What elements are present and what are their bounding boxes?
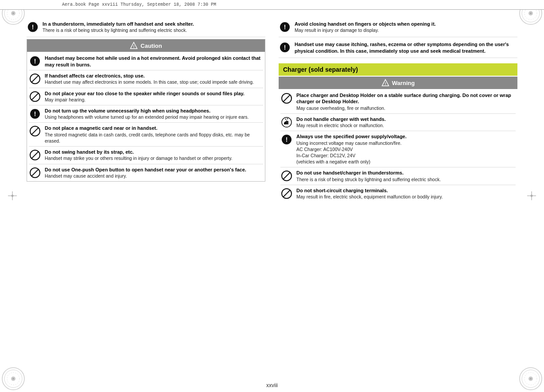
exclaim-icon-itching: ! bbox=[279, 41, 291, 54]
svg-text:!: ! bbox=[284, 23, 286, 31]
exclaim-icon-power: ! bbox=[280, 133, 293, 146]
thunderstorm-warning-item: ! In a thunderstorm, immediately turn of… bbox=[27, 19, 265, 37]
svg-line-35 bbox=[31, 93, 39, 100]
caution-item-hot-text: Handset may become hot while used in a h… bbox=[45, 55, 263, 68]
header-text: Aera.book Page xxviii Thursday, Septembe… bbox=[62, 2, 216, 7]
exclaim-icon-hot: ! bbox=[29, 55, 41, 67]
charger-warning-header: ! Warning bbox=[279, 77, 517, 89]
wet-hands-icon bbox=[280, 116, 293, 128]
caution-item-strap: Do not swing handset by its strap, etc. … bbox=[29, 147, 263, 164]
charger-item-stable: Place charger and Desktop Holder on a st… bbox=[280, 90, 516, 114]
svg-text:!: ! bbox=[34, 110, 36, 117]
charger-item-stable-text: Place charger and Desktop Holder on a st… bbox=[296, 92, 516, 111]
charger-item-thunder: Do not use handset/charger in thundersto… bbox=[280, 167, 516, 185]
caution-item-onepush-text: Do not use One-push Open button to open … bbox=[45, 167, 263, 179]
charger-item-short-text: Do not short-circuit charging terminals.… bbox=[296, 187, 516, 200]
ban-icon-strap bbox=[29, 149, 41, 161]
caution-item-car-text: If handset affects car electronics, stop… bbox=[45, 73, 263, 85]
svg-point-57 bbox=[285, 118, 286, 120]
svg-line-41 bbox=[31, 151, 39, 159]
caution-block: ! Caution ! Handset ma bbox=[27, 39, 265, 182]
caution-item-speaker-text: Do not place your ear too close to the s… bbox=[45, 90, 263, 103]
caution-header: ! Caution bbox=[27, 39, 265, 52]
ban-icon-car bbox=[29, 73, 41, 85]
caution-item-speaker: Do not place your ear too close to the s… bbox=[29, 88, 263, 105]
ban-icon-onepush bbox=[29, 167, 41, 179]
page-number: xxviii bbox=[0, 379, 544, 392]
charger-item-wet: Do not handle charger with wet hands. Ma… bbox=[280, 114, 516, 131]
svg-line-51 bbox=[283, 95, 290, 102]
svg-rect-54 bbox=[286, 120, 288, 124]
svg-text:!: ! bbox=[286, 136, 288, 143]
thunderstorm-warning-text: In a thunderstorm, immediately turn off … bbox=[43, 21, 265, 33]
caution-items-list: ! Handset may become hot while used in a… bbox=[27, 53, 265, 181]
charger-item-thunder-text: Do not use handset/charger in thundersto… bbox=[296, 170, 516, 182]
svg-line-64 bbox=[283, 190, 290, 197]
svg-line-62 bbox=[283, 172, 290, 179]
ban-icon-thunder bbox=[280, 170, 293, 182]
caution-item-magnetic-text: Do not place a magnetic card near or in … bbox=[45, 125, 263, 144]
svg-rect-56 bbox=[284, 122, 285, 124]
charger-section: Charger (sold separately) ! Warning bbox=[279, 63, 517, 202]
right-top-item-2-text: Handset use may cause itching, rashes, e… bbox=[295, 41, 517, 54]
ban-icon-stable bbox=[280, 92, 293, 105]
header-bar: Aera.book Page xxviii Thursday, Septembe… bbox=[0, 0, 544, 10]
charger-item-wet-text: Do not handle charger with wet hands. Ma… bbox=[296, 116, 516, 128]
svg-text:!: ! bbox=[32, 23, 34, 31]
exclaim-icon-thunderstorm: ! bbox=[27, 21, 39, 33]
ban-icon-speaker bbox=[29, 90, 41, 103]
right-column: ! Avoid closing handset on fingers or ob… bbox=[279, 19, 517, 374]
caution-item-headphones: ! Do not turn up the volume unnecessaril… bbox=[29, 105, 263, 123]
svg-text:!: ! bbox=[34, 58, 36, 65]
svg-rect-55 bbox=[288, 121, 289, 124]
caution-item-car: If handset affects car electronics, stop… bbox=[29, 70, 263, 88]
charger-items-list: Place charger and Desktop Holder on a st… bbox=[279, 90, 517, 202]
right-top-item-1-text: Avoid closing handset on fingers or obje… bbox=[295, 21, 517, 33]
caution-item-headphones-text: Do not turn up the volume unnecessarily … bbox=[45, 108, 263, 120]
charger-item-power: ! Always use the specified power supply/… bbox=[280, 131, 516, 167]
right-top-item-1: ! Avoid closing handset on fingers or ob… bbox=[279, 19, 517, 37]
svg-text:!: ! bbox=[133, 45, 135, 49]
ban-icon-magnetic bbox=[29, 125, 41, 137]
right-top-item-2: ! Handset use may cause itching, rashes,… bbox=[279, 39, 517, 58]
exclaim-icon-headphones: ! bbox=[29, 108, 41, 120]
ban-icon-short bbox=[280, 187, 293, 200]
svg-line-43 bbox=[31, 169, 39, 176]
exclaim-icon-closing: ! bbox=[279, 21, 291, 33]
caution-item-onepush: Do not use One-push Open button to open … bbox=[29, 164, 263, 181]
svg-point-58 bbox=[287, 118, 288, 119]
svg-line-39 bbox=[31, 128, 39, 135]
left-column: ! In a thunderstorm, immediately turn of… bbox=[27, 19, 265, 374]
page-content: ! In a thunderstorm, immediately turn of… bbox=[0, 10, 544, 392]
charger-header: Charger (sold separately) bbox=[279, 63, 517, 76]
svg-line-33 bbox=[31, 75, 39, 82]
two-column-layout: ! In a thunderstorm, immediately turn of… bbox=[0, 10, 544, 379]
svg-text:!: ! bbox=[385, 82, 386, 86]
caution-item-hot: ! Handset may become hot while used in a… bbox=[29, 53, 263, 70]
caution-item-magnetic: Do not place a magnetic card near or in … bbox=[29, 123, 263, 147]
caution-item-strap-text: Do not swing handset by its strap, etc. … bbox=[45, 149, 263, 161]
charger-item-short: Do not short-circuit charging terminals.… bbox=[280, 185, 516, 202]
svg-text:!: ! bbox=[284, 44, 286, 51]
charger-item-power-text: Always use the specified power supply/vo… bbox=[296, 133, 516, 165]
